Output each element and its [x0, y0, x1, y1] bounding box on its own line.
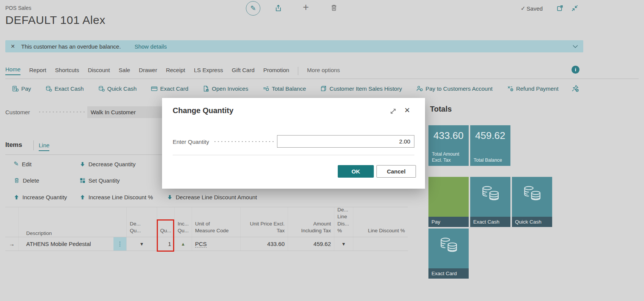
app-title: POS Sales [5, 5, 31, 11]
header-unit-of-measure[interactable]: Unit of Measure Code [192, 207, 240, 237]
uom-link[interactable]: PCS [195, 241, 207, 247]
tab-gift-card[interactable]: Gift Card [232, 67, 255, 75]
cell-amount[interactable]: 459.62 [288, 237, 334, 251]
header-description[interactable]: Description [18, 207, 126, 237]
notification-bar: ✕ This customer has an overdue balance. … [5, 40, 583, 52]
tab-promotion[interactable]: Promotion [263, 67, 289, 75]
box-icon [320, 85, 327, 92]
dialog-expand-icon[interactable] [390, 108, 397, 116]
cell-unit-price[interactable]: 433.60 [240, 237, 288, 251]
edit-title-button[interactable]: ✎ [246, 1, 260, 16]
cancel-button[interactable]: Cancel [376, 165, 416, 178]
pay-tile-label: Pay [428, 217, 469, 227]
cell-decrease-quantity[interactable]: ▼ [126, 237, 157, 251]
delete-label: Delete [23, 177, 39, 184]
cell-decrease-line-discount[interactable]: ▼ [334, 237, 353, 251]
item-description[interactable]: ATHENS Mobile Pedestal [19, 241, 113, 247]
arrow-up-icon [80, 194, 85, 200]
header-decrease-line-discount[interactable]: De... Line Dis... % [334, 207, 353, 237]
enter-quantity-input[interactable] [277, 135, 414, 148]
customer-field-value[interactable]: Walk In Customer [87, 106, 173, 118]
decrease-triangle-icon[interactable]: ▼ [140, 241, 144, 247]
ribbon-tabs: Home Report Shortcuts Discount Sale Draw… [5, 65, 340, 75]
pay-tile-button[interactable]: Pay [428, 177, 469, 227]
header-unit-price[interactable]: Unit Price Excl. Tax [240, 207, 288, 237]
decrease-quantity-action[interactable]: Decrease Quantity [80, 160, 135, 168]
info-icon[interactable]: i [572, 66, 579, 74]
tab-drawer[interactable]: Drawer [139, 67, 157, 75]
tab-report[interactable]: Report [29, 67, 46, 75]
toolbar-button-open-invoices[interactable]: Open Invoices [203, 85, 248, 92]
tab-line[interactable]: Line [39, 142, 49, 151]
decrease-line-discount-action[interactable]: Decrease Line Discount Amount [167, 193, 257, 201]
collapse-page-button[interactable] [571, 5, 578, 13]
toolbar-button-total-balance[interactable]: Total Balance [263, 85, 306, 92]
increase-triangle-icon[interactable]: ▲ [181, 241, 186, 247]
arrow-up-icon [14, 194, 19, 200]
toolbar-label: Pay to Customers Account [425, 85, 493, 92]
edit-action[interactable]: ✎ Edit [14, 160, 31, 168]
exact-cash-tile-button[interactable]: Exact Cash [470, 177, 510, 227]
more-options-button[interactable]: More options [307, 67, 340, 75]
balance-icon [263, 85, 269, 92]
header-increase-quantity[interactable]: Inc... Qu... [174, 207, 192, 237]
tab-shortcuts[interactable]: Shortcuts [55, 67, 79, 75]
row-more-options-icon[interactable]: ⋮ [113, 237, 126, 251]
total-balance-value: 459.62 [470, 125, 510, 142]
delete-document-button[interactable] [330, 4, 338, 13]
toolbar-button-pay-to-customers-account[interactable]: Pay to Customers Account [416, 85, 493, 92]
toolbar-button-exact-card[interactable]: Exact Card [151, 85, 188, 92]
cell-increase-quantity[interactable]: ▲ [174, 237, 192, 251]
refund-icon [507, 85, 513, 92]
toolbar-button-refund-payment[interactable]: Refund Payment [507, 85, 559, 92]
total-amount-tile[interactable]: 433.60 Total Amount Excl. Tax [428, 125, 469, 166]
quick-cash-tile-button[interactable]: Quick Cash [512, 177, 552, 227]
open-in-new-window-icon [556, 5, 564, 12]
new-button[interactable]: + [303, 2, 309, 13]
set-quantity-action[interactable]: Set Quantity [80, 176, 120, 184]
delete-action[interactable]: Delete [14, 176, 39, 184]
notification-close-icon[interactable]: ✕ [11, 43, 15, 49]
exact-card-tile-button[interactable]: Exact Card [428, 229, 469, 279]
customer-field-leader [38, 109, 85, 115]
header-quantity[interactable]: Qu... [157, 207, 174, 237]
header-amount[interactable]: Amount Including Tax [288, 207, 334, 237]
tab-receipt[interactable]: Receipt [166, 67, 185, 75]
save-status: ✓ Saved [521, 5, 543, 12]
cell-description[interactable]: ATHENS Mobile Pedestal ⋮ [18, 237, 126, 251]
quick-cash-tile-label: Quick Cash [512, 217, 552, 227]
cell-quantity[interactable]: 1 [157, 237, 174, 251]
toolbar-button-quick-cash[interactable]: Quick Cash [98, 85, 137, 92]
total-amount-value: 433.60 [428, 125, 469, 142]
dialog-close-icon[interactable]: ✕ [404, 106, 410, 115]
tab-home[interactable]: Home [5, 66, 20, 75]
header-decrease-quantity[interactable]: De... Qu... [126, 207, 157, 237]
toolbar-label: Exact Card [160, 85, 188, 92]
unpin-toolbar-button[interactable] [572, 85, 579, 93]
header-line-discount[interactable]: Line Discount % [353, 207, 408, 237]
decrease-line-discount-triangle-icon[interactable]: ▼ [342, 241, 346, 247]
tab-sale[interactable]: Sale [119, 67, 130, 75]
ok-button[interactable]: OK [338, 165, 374, 178]
toolbar-button-pay[interactable]: Pay [12, 85, 31, 92]
increase-quantity-action[interactable]: Increase Quantity [14, 193, 67, 201]
notification-chevron-down-icon[interactable] [573, 45, 578, 48]
tabs-divider [298, 67, 298, 75]
coins-icon [98, 85, 105, 92]
tab-discount[interactable]: Discount [88, 67, 110, 75]
tab-items[interactable]: Items [5, 141, 22, 149]
coins-icon [438, 237, 459, 256]
toolbar-button-exact-cash[interactable]: Exact Cash [46, 85, 84, 92]
toolbar-button-customer-item-sales-history[interactable]: Customer Item Sales History [320, 85, 402, 92]
coins-icon [46, 85, 52, 92]
enter-quantity-leader [213, 139, 274, 145]
share-button[interactable] [275, 4, 282, 13]
arrow-down-icon [167, 194, 173, 200]
total-balance-tile[interactable]: 459.62 Total Balance [470, 125, 510, 166]
open-in-new-window-button[interactable] [556, 5, 564, 13]
notification-show-details-link[interactable]: Show details [134, 43, 167, 50]
cell-line-discount[interactable] [353, 237, 408, 251]
increase-line-discount-action[interactable]: Increase Line Discount % [80, 193, 153, 201]
tab-ls-express[interactable]: LS Express [194, 67, 223, 75]
page-title: DEFAULT 101 Alex [5, 14, 105, 27]
